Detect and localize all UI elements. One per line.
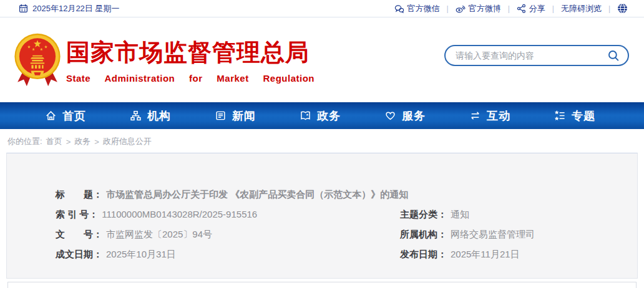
doc-category-value: 通知 (451, 208, 469, 221)
doc-publish-date-value: 2025年11月21日 (451, 248, 520, 261)
interact-arrows-icon (469, 110, 481, 122)
share-icon (517, 4, 526, 13)
breadcrumb-home[interactable]: 首页 (46, 136, 62, 147)
share-label: 分享 (529, 3, 545, 14)
breadcrumb: 你的位置: 首页 > 政务 > 政府信息公开 (0, 129, 644, 153)
meta-row-title: 标 题： 市场监管总局办公厅关于印发 《农副产品买卖合同（示范文本）》的通知 (56, 188, 625, 201)
nav-label: 政务 (317, 108, 341, 123)
doc-agency-value: 网络交易监督管理司 (451, 228, 535, 241)
document-body-panel (7, 282, 637, 288)
doc-title-label: 标 题： (56, 188, 102, 201)
doc-category-label: 主题分类： (400, 208, 447, 221)
accessibility-label: 无障碍浏览 (561, 3, 602, 14)
nav-item-home[interactable]: 首页 (45, 108, 86, 123)
page: 2025年12月22日 星期一 官方微信 | 官方微博 (0, 0, 644, 288)
doc-number-label: 文 号： (56, 228, 102, 241)
breadcrumb-gov[interactable]: 政务 (74, 136, 90, 147)
doc-title-value: 市场监管总局办公厅关于印发 《农副产品买卖合同（示范文本）》的通知 (106, 188, 408, 201)
doc-agency-label: 所属机构： (400, 228, 447, 241)
nav-item-topics[interactable]: 专题 (554, 108, 595, 123)
doc-index-value: 11100000MB0143028R/2025-915516 (102, 208, 257, 221)
nav-label: 专题 (572, 108, 595, 123)
doc-written-date-value: 2025年10月31日 (106, 248, 176, 261)
search-button[interactable] (607, 49, 620, 62)
wechat-link[interactable]: 官方微信 (394, 3, 440, 14)
breadcrumb-separator: > (94, 137, 99, 146)
calendar-icon (19, 4, 28, 13)
date-display: 2025年12月22日 星期一 (19, 3, 119, 14)
nav-item-service[interactable]: 服务 (384, 108, 426, 123)
breadcrumb-prefix: 你的位置: (7, 136, 42, 147)
nav-label: 互动 (487, 108, 510, 123)
nav-item-gov[interactable]: 政务 (300, 108, 341, 123)
topbar-links: 官方微信 | 官方微博 | 分享 | (394, 3, 628, 14)
main-nav: 首页 机构 新闻 政务 服务 (0, 102, 644, 129)
breadcrumb-separator: > (66, 137, 71, 146)
separator: | (447, 4, 449, 13)
nav-label: 新闻 (232, 108, 256, 123)
nav-item-interact[interactable]: 互动 (469, 108, 510, 123)
home-icon (45, 110, 57, 122)
site-title-zh: 国家市场监督管理总局 (66, 37, 315, 69)
site-title-en: State Administration for Market Regulati… (66, 73, 315, 84)
weibo-icon (456, 4, 466, 13)
breadcrumb-info-disclosure[interactable]: 政府信息公开 (103, 136, 152, 147)
doc-index-label: 索 引 号： (56, 208, 98, 221)
meta-row: 索 引 号： 11100000MB0143028R/2025-915516 主题… (56, 208, 625, 221)
site-header: 国家市场监督管理总局 State Administration for Mark… (0, 17, 644, 102)
topic-list-icon (554, 110, 566, 122)
doc-written-date-label: 成文日期： (56, 248, 102, 261)
nav-label: 首页 (62, 108, 86, 123)
weibo-link[interactable]: 官方微博 (456, 3, 501, 14)
meta-row: 文 号： 市监网监发〔2025〕94号 所属机构： 网络交易监督管理司 (56, 228, 625, 241)
current-date: 2025年12月22日 星期一 (32, 3, 119, 14)
language-globe-link[interactable] (617, 3, 628, 14)
globe-icon (617, 3, 628, 14)
nav-label: 服务 (402, 108, 426, 123)
wechat-icon (394, 4, 404, 13)
nav-item-org[interactable]: 机构 (130, 108, 171, 123)
nav-label: 机构 (147, 108, 171, 123)
doc-number-value: 市监网监发〔2025〕94号 (106, 228, 212, 241)
national-emblem-icon (12, 31, 62, 89)
share-link[interactable]: 分享 (517, 3, 545, 14)
weibo-label: 官方微博 (469, 3, 501, 14)
news-icon (215, 110, 227, 122)
wechat-label: 官方微信 (407, 3, 440, 14)
gov-icon (300, 110, 311, 122)
doc-publish-date-label: 发布日期： (400, 248, 447, 261)
search-input[interactable] (456, 50, 607, 60)
site-brand[interactable]: 国家市场监督管理总局 State Administration for Mark… (12, 31, 315, 89)
org-icon (130, 110, 142, 122)
site-search (444, 45, 629, 66)
document-meta-panel: 标 题： 市场监管总局办公厅关于印发 《农副产品买卖合同（示范文本）》的通知 索… (6, 153, 638, 279)
top-utility-bar: 2025年12月22日 星期一 官方微信 | 官方微博 (0, 0, 644, 17)
nav-item-news[interactable]: 新闻 (215, 108, 256, 123)
site-title-block: 国家市场监督管理总局 State Administration for Mark… (66, 37, 315, 84)
meta-row: 成文日期： 2025年10月31日 发布日期： 2025年11月21日 (56, 248, 625, 261)
accessibility-link[interactable]: 无障碍浏览 (561, 3, 602, 14)
search-icon (607, 49, 620, 62)
separator: | (508, 4, 510, 13)
separator: | (552, 4, 554, 13)
service-heart-icon (384, 110, 396, 122)
separator: | (608, 4, 610, 13)
